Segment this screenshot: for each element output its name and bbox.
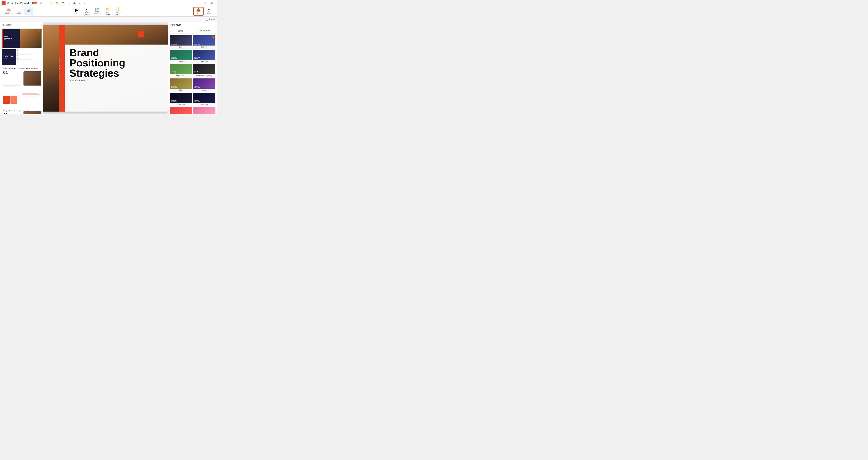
new-ai-ppt-tool[interactable]: ✨ New AIPPT [113,6,123,17]
outline-icon: ☰ [17,8,20,12]
style-item-clay[interactable]: EdrawMindCentral Topic Clay [169,78,192,92]
style-thumb-dispersion-text: EdrawMindCentral Topic [170,57,177,59]
style-thumb-dream: EdrawMindCentral Topic [193,78,215,89]
style-label-dispersion: Dispersion [170,60,192,63]
more-button[interactable]: ▾ [83,1,86,5]
update-tool[interactable]: 🔄 Update [93,7,102,15]
slide-5-preview: the specific customer segment to target.… [2,109,41,114]
style-thumb-blackhole-text: EdrawMindCentral Topic [170,100,177,102]
outline-tool[interactable]: ☰ Outline [14,7,24,15]
style-thumb-dream-text: EdrawMindCentral Topic [194,86,200,88]
style-thumb-dispersion: EdrawMindCentral Topic [170,50,192,60]
slide-2-right: 01 02 03 04 05 [16,49,41,65]
collapse-panel-button[interactable]: ‹ [41,23,42,26]
style-item-cherry[interactable]: EdrawMindCentral Topic Cherry blossoms [193,107,215,114]
save-button[interactable]: 💾 [61,1,66,5]
slide-thumb-5[interactable]: the specific customer segment to target.… [2,109,42,114]
main-slide: P O R T F O L I O Brand Positioning Stra… [43,25,168,111]
slide-thumb-2[interactable]: CONTENT05 01 02 03 04 05 [2,49,42,65]
style-item-quiet[interactable]: EdrawMindCentral Topic Quiet [169,35,192,49]
style-thumb-starrysky-text: EdrawMindCentral Topic [194,100,200,102]
ribbon-center: ▶ Play ⏯ PlayCurrent 🔄 Update 📁 MyWorks … [72,6,123,17]
play-icon: ▶ [75,8,78,12]
style-thumb-cartoon-text: EdrawMindCentral Topic [194,42,200,45]
slide-3-part: PART 01 [35,68,40,69]
slide-1-title: BrandPositioningStrategies [4,36,12,41]
style-thumb-interstellar: EdrawMindCentral Topic [193,64,215,74]
style-item-dream[interactable]: EdrawMindCentral Topic Dream [193,78,215,92]
share-button[interactable]: 📤 [72,1,77,5]
tab-basic[interactable]: Basic [168,28,192,33]
slide-red-square [138,31,144,37]
print-title-button[interactable]: 🖨 [66,1,71,5]
slide-2-preview: CONTENT05 01 02 03 04 05 [2,49,41,65]
style-item-dispersion[interactable]: EdrawMindCentral Topic Dispersion [169,50,192,63]
slide-2-num2: 02 [17,53,40,54]
undo-button[interactable]: ↩ [39,1,43,5]
tab-advanced[interactable]: Advanced [192,28,217,33]
style-item-festive[interactable]: EdrawMindCentral Topic Festive [169,107,192,114]
slide-4-box2 [10,96,17,104]
style-thumb-clay: EdrawMindCentral Topic [170,78,192,89]
style-thumb-cartoon: EdrawMindCentral Topic 23 [193,35,215,45]
style-item-business[interactable]: central TopicBusiness Business [193,50,215,63]
style-label-quiet: Quiet [170,45,192,48]
play-current-tool[interactable]: ⏯ PlayCurrent [82,6,92,17]
slide-4-pinkline2 [23,93,37,94]
panel-check-label[interactable]: Panel [209,18,215,21]
slide-title-line3: Strategies [69,67,119,79]
style-thumb-quiet-text: EdrawMindCentral Topic [170,42,177,45]
my-works-tool[interactable]: 📁 MyWorks [103,6,112,17]
ppt-tool[interactable]: 📊 PPT [24,7,33,15]
style-item-starrysky[interactable]: EdrawMindCentral Topic Starry sky [193,93,215,106]
new-file-button[interactable]: 📄 [49,1,54,5]
style-thumb-business-text: central TopicBusiness [194,57,200,59]
slide-3-num: 01 [2,70,8,75]
minimize-button[interactable]: — [194,0,201,6]
new-ai-ppt-label: New AIPPT [115,11,121,15]
style-item-interstellar[interactable]: EdrawMindCentral Topic Interstellar Odys… [193,64,215,77]
play-tool[interactable]: ▶ Play [72,7,82,15]
play-current-icon: ⏯ [85,7,89,11]
mindmap-label: Mindmap [5,12,12,14]
new-ai-ppt-icon: ✨ [116,7,120,11]
slide-5-num: 02 [2,112,7,114]
slide-thumb-1[interactable]: BrandPositioningStrategies [2,29,42,48]
style-label-lightand: Light and ... [170,74,192,77]
slide-4-pinkline6 [23,97,35,97]
export-label: Export [196,12,201,14]
style-thumb-interstellar-text: EdrawMindCentral Topic [194,71,200,73]
slide-3-preview: unique brand identity to stand out from … [2,67,41,90]
style-thumb-business: central TopicBusiness [193,50,215,60]
slide-3-line3 [3,86,14,87]
titlebar-actions: ↩ ↪ 📄 📂 💾 🖨 📤 ✓ ▾ [39,1,86,5]
slide-2-num1: 01 [17,50,40,51]
slide-thumb-3[interactable]: unique brand identity to stand out from … [2,66,42,91]
maximize-button[interactable]: □ [201,0,208,6]
redo-button[interactable]: ↪ [44,1,48,5]
slide-title-line1: Brand [69,47,99,58]
style-label-blackhole: Black hole [170,103,192,106]
verify-button[interactable]: ✓ [78,1,82,5]
close-button[interactable]: ✕ [208,0,215,6]
slide-main-text: Brand Positioning Strategies Author: WSA… [69,47,125,82]
slide-2-line4 [17,59,31,60]
style-item-lightand[interactable]: EdrawMindCentral Topic Light and ... [169,64,192,77]
style-thumb-cartoon-badge: 23 [212,36,214,38]
style-item-blackhole[interactable]: EdrawMindCentral Topic Black hole [169,93,192,106]
open-file-button[interactable]: 📂 [55,1,60,5]
plan-badge: Pro [32,2,36,4]
ppt-icon: 📊 [26,8,31,12]
panel-checkbox[interactable] [206,18,208,21]
slide-author: Author: WSATQeZ [69,79,125,82]
style-label-clay: Clay [170,89,192,92]
panel-header: PPT panel ‹ [0,22,43,28]
outline-label: Outline [16,12,22,14]
slide-2-line1 [17,52,40,52]
mindmap-tool[interactable]: 🧠 Mindmap [3,7,13,15]
style-item-cartoon[interactable]: EdrawMindCentral Topic 23 Cartoon [193,35,215,49]
export-button[interactable]: 📤 Export [193,7,204,15]
slide-thumb-4[interactable] [2,92,42,108]
slide-2-label: CONTENT05 [2,49,16,65]
print-tool[interactable]: 🖨 Print [205,7,214,15]
